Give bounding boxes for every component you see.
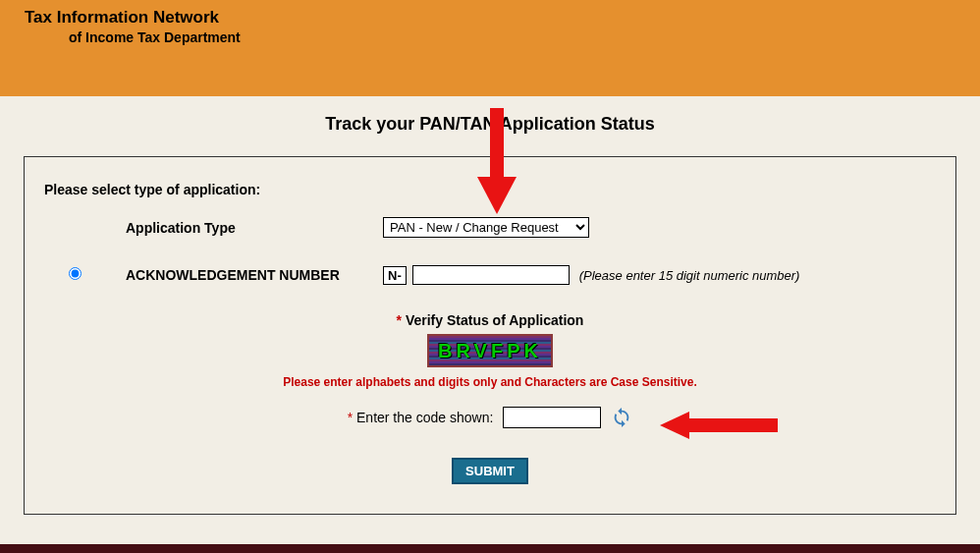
- ack-hint: (Please enter 15 digit numeric number): [579, 268, 800, 283]
- captcha-input[interactable]: [503, 407, 601, 428]
- svg-rect-0: [490, 108, 504, 177]
- svg-rect-2: [689, 418, 778, 432]
- header-title: Tax Information Network: [25, 8, 980, 28]
- captcha-warning: Please enter alphabets and digits only a…: [44, 375, 936, 389]
- refresh-icon[interactable]: [611, 407, 632, 428]
- footer-bar: [0, 544, 980, 553]
- annotation-arrow-down-icon: [477, 108, 517, 216]
- verify-title: * Verify Status of Application: [44, 312, 936, 328]
- ack-label: ACKNOWLEDGEMENT NUMBER: [98, 267, 383, 283]
- submit-button[interactable]: SUBMIT: [452, 458, 528, 484]
- svg-marker-1: [477, 177, 517, 214]
- captcha-input-label: * Enter the code shown:: [348, 410, 494, 425]
- annotation-arrow-left-icon: [660, 412, 778, 439]
- ack-prefix: N-: [383, 266, 407, 285]
- header: Tax Information Network of Income Tax De…: [0, 0, 980, 96]
- application-type-select[interactable]: PAN - New / Change Request: [383, 217, 589, 238]
- ack-radio[interactable]: [69, 267, 82, 280]
- ack-number-input[interactable]: [412, 265, 570, 285]
- svg-marker-3: [660, 412, 689, 439]
- captcha-image: BRVFPK: [427, 334, 553, 367]
- header-subtitle: of Income Tax Department: [69, 29, 980, 45]
- application-type-label: Application Type: [98, 220, 383, 236]
